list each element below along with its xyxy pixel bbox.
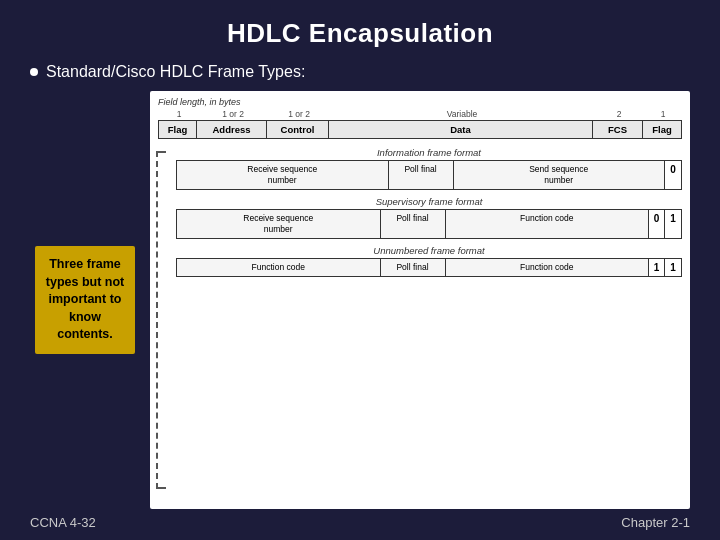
slide: HDLC Encapsulation Standard/Cisco HDLC F… — [0, 0, 720, 540]
frame-data: Data — [329, 121, 593, 138]
supervisory-frame-label: Supervisory frame format — [176, 196, 682, 207]
note-line3: important to — [49, 292, 122, 306]
wi-6: 1 — [644, 109, 682, 119]
footer-right: Chapter 2-1 — [621, 515, 690, 530]
info-frame-section: Information frame format Receive sequenc… — [176, 147, 682, 190]
wi-2: 1 or 2 — [198, 109, 268, 119]
unum-poll-final: Poll final — [381, 259, 446, 276]
unnumbered-frame-section: Unnumbered frame format Function code Po… — [176, 245, 682, 277]
sup-recv-seq: Receive sequencenumber — [177, 210, 381, 238]
wi-1: 1 — [160, 109, 198, 119]
info-frame-label: Information frame format — [176, 147, 682, 158]
frame-fcs: FCS — [593, 121, 643, 138]
sup-poll-final: Poll final — [381, 210, 446, 238]
info-frame-table: Receive sequencenumber Poll final Send s… — [176, 160, 682, 190]
hdlc-diagram: Field length, in bytes 1 1 or 2 1 or 2 V… — [150, 91, 690, 509]
frame-control: Control — [267, 121, 329, 138]
note-line2: types but not — [46, 275, 124, 289]
frame-flag1: Flag — [159, 121, 197, 138]
sup-bit-0: 0 — [649, 210, 665, 238]
supervisory-frame-section: Supervisory frame format Receive sequenc… — [176, 196, 682, 239]
sup-func-code: Function code — [446, 210, 650, 238]
sup-bit-1: 1 — [665, 210, 681, 238]
wi-4: Variable — [330, 109, 594, 119]
content-area: Three frame types but not important to k… — [30, 91, 690, 509]
wi-5: 2 — [594, 109, 644, 119]
slide-title: HDLC Encapsulation — [30, 18, 690, 49]
info-recv-seq: Receive sequencenumber — [177, 161, 389, 189]
field-length-label: Field length, in bytes — [158, 97, 241, 107]
left-note-container: Three frame types but not important to k… — [30, 91, 140, 509]
unnumbered-frame-table: Function code Poll final Function code 1… — [176, 258, 682, 277]
unum-bit-1b: 1 — [665, 259, 681, 276]
supervisory-frame-row: Receive sequencenumber Poll final Functi… — [177, 210, 681, 238]
unnumbered-frame-label: Unnumbered frame format — [176, 245, 682, 256]
note-line4: know contents. — [57, 310, 113, 342]
footer-left: CCNA 4-32 — [30, 515, 96, 530]
note-line1: Three frame — [49, 257, 121, 271]
note-box: Three frame types but not important to k… — [35, 246, 135, 354]
wi-3: 1 or 2 — [268, 109, 330, 119]
main-frame-row: Flag Address Control Data FCS Flag — [158, 120, 682, 139]
bullet-text: Standard/Cisco HDLC Frame Types: — [46, 63, 305, 81]
footer: CCNA 4-32 Chapter 2-1 — [30, 509, 690, 530]
unum-bit-1a: 1 — [649, 259, 665, 276]
field-length-row: Field length, in bytes — [158, 97, 682, 107]
frame-address: Address — [197, 121, 267, 138]
unnumbered-frame-row: Function code Poll final Function code 1… — [177, 259, 681, 276]
info-poll-final: Poll final — [389, 161, 454, 189]
info-send-seq: Send sequencenumber — [454, 161, 666, 189]
dashed-bracket — [156, 151, 166, 489]
unum-func-code2: Function code — [446, 259, 650, 276]
bullet-dot — [30, 68, 38, 76]
frame-flag2: Flag — [643, 121, 681, 138]
bullet-point: Standard/Cisco HDLC Frame Types: — [30, 63, 690, 81]
info-frame-row: Receive sequencenumber Poll final Send s… — [177, 161, 681, 189]
info-bit-0: 0 — [665, 161, 681, 189]
supervisory-frame-table: Receive sequencenumber Poll final Functi… — [176, 209, 682, 239]
unum-func-code1: Function code — [177, 259, 381, 276]
